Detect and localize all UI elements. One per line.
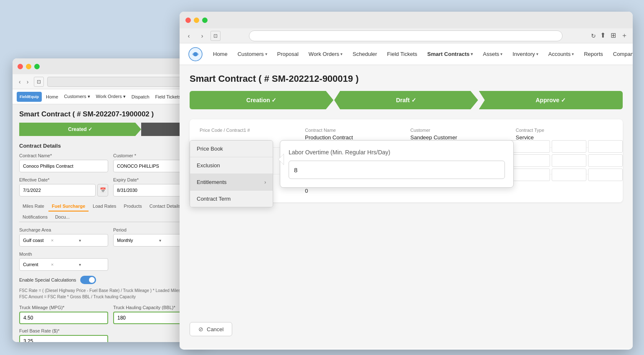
surcharge-area-value: Gulf coast	[23, 238, 48, 243]
nav-company[interactable]: Company ▾	[609, 43, 633, 65]
surcharge-area-clear[interactable]: ×	[51, 238, 76, 243]
empty-cell-r3-2	[552, 169, 586, 181]
step-approve[interactable]: Approve ✓	[479, 91, 623, 109]
contract-name-info-value: Production Contract	[305, 134, 402, 141]
tab-notifications[interactable]: Notifications	[19, 212, 51, 222]
month-select[interactable]: Current × ▾	[19, 258, 108, 271]
back-nav-workorders[interactable]: Work Orders ▾	[94, 93, 127, 100]
tab-documents[interactable]: Docu...	[52, 212, 73, 222]
bookmark-icon[interactable]: ⊞	[610, 30, 617, 41]
labor-overtime-input[interactable]	[289, 161, 505, 179]
month-value: Current	[23, 262, 48, 267]
back-progress-bar: Created ✓	[19, 123, 202, 136]
discount-value: 0	[305, 188, 402, 194]
step-creation[interactable]: Creation ✓	[190, 91, 333, 109]
fuel-base-label: Fuel Base Rate ($)*	[19, 328, 108, 333]
minimize-dot[interactable]	[26, 64, 31, 69]
nav-field-tickets[interactable]: Field Tickets	[383, 43, 421, 65]
share-icon[interactable]: ⬆	[599, 30, 606, 41]
toggle-row: Enable Special Calculations	[19, 276, 202, 284]
enable-calcs-toggle[interactable]	[80, 276, 96, 284]
front-window: ‹ › ⊡ ↻ ⬆ ⊞ ＋ Home Customers ▾ Proposal	[180, 12, 633, 350]
step-draft[interactable]: Draft ✓	[334, 91, 478, 109]
price-code-cell: Price Code / Contract1 #	[200, 128, 297, 141]
nav-home[interactable]: Home	[209, 43, 232, 65]
customer-info-label: Customer	[411, 128, 507, 133]
customer-info-value: Sandeep Customer	[411, 134, 507, 141]
front-maximize-dot[interactable]	[202, 18, 208, 23]
accounts-arrow: ▾	[572, 52, 574, 56]
app-header: Home Customers ▾ Proposal Work Orders ▾ …	[180, 43, 633, 65]
dropdown-item-pricebook[interactable]: Price Book	[190, 141, 273, 157]
front-title-bar	[180, 12, 633, 28]
nav-scheduler[interactable]: Scheduler	[348, 43, 381, 65]
reload-button[interactable]: ↻	[591, 33, 596, 39]
nav-arrows: ‹ ›	[17, 78, 30, 86]
close-dot[interactable]	[18, 64, 23, 69]
empty-cell-r1-2	[552, 140, 586, 153]
front-sidebar-toggle[interactable]: ⊡	[210, 31, 221, 41]
maximize-dot[interactable]	[34, 64, 40, 69]
front-minimize-dot[interactable]	[194, 18, 199, 23]
front-close-dot[interactable]	[185, 18, 191, 23]
price-code-label: Price Code / Contract1 #	[200, 128, 297, 133]
truck-mpg-group: Truck Mileage (MPG)*	[19, 305, 108, 324]
contract-name-input[interactable]	[19, 160, 108, 172]
surcharge-area-group: Surcharge Area Gulf coast × ▾	[19, 227, 108, 247]
nav-smart-contracts[interactable]: Smart Contracts ▾	[423, 43, 477, 65]
fuel-base-input[interactable]	[19, 335, 108, 342]
nav-customers[interactable]: Customers ▾	[233, 43, 271, 65]
month-group: Month Current × ▾	[19, 252, 108, 271]
back-step-created: Created ✓	[19, 123, 141, 136]
truck-mpg-input[interactable]	[19, 312, 108, 324]
tab-contact-details[interactable]: Contact Details	[146, 201, 184, 211]
nav-inventory[interactable]: Inventory ▾	[508, 43, 542, 65]
nav-work-orders[interactable]: Work Orders ▾	[304, 43, 347, 65]
back-nav-home[interactable]: Home	[44, 93, 60, 100]
back-nav-customers[interactable]: Customers ▾	[62, 93, 91, 100]
front-forward-button[interactable]: ›	[197, 31, 207, 41]
effective-date-calendar[interactable]: 📅	[97, 184, 108, 196]
month-label: Month	[19, 252, 108, 257]
plus-icon[interactable]: ＋	[620, 30, 629, 41]
svg-point-1	[193, 52, 198, 56]
page-content: Smart Contract ( # SM-202212-900019 ) Cr…	[180, 65, 633, 349]
tab-load-rates[interactable]: Load Rates	[89, 201, 119, 211]
dropdown-item-contractterm[interactable]: Contract Term	[190, 191, 273, 207]
fieldequip-logo	[188, 47, 203, 62]
forward-button[interactable]: ›	[25, 78, 31, 86]
inventory-arrow: ▾	[536, 52, 538, 56]
sidebar-toggle[interactable]: ⊡	[34, 77, 44, 87]
tab-fuel-surcharge[interactable]: Fuel Surcharge	[48, 201, 89, 211]
assets-arrow: ▾	[500, 52, 502, 56]
back-month-row: Month Current × ▾	[19, 252, 202, 271]
dropdown-item-entitlements[interactable]: Entitlements ›	[190, 174, 273, 191]
dropdown-item-exclusion[interactable]: Exclusion	[190, 157, 273, 174]
empty-cell-2	[516, 181, 613, 194]
surcharge-area-label: Surcharge Area	[19, 227, 108, 232]
front-url-bar[interactable]	[249, 30, 563, 41]
tab-miles-rate[interactable]: Miles Rate	[19, 201, 48, 211]
nav-assets[interactable]: Assets ▾	[479, 43, 507, 65]
back-nav-dispatch[interactable]: Dispatch	[130, 93, 151, 100]
month-clear[interactable]: ×	[51, 262, 76, 267]
nav-accounts[interactable]: Accounts ▾	[544, 43, 578, 65]
effective-date-input[interactable]	[19, 184, 96, 196]
surcharge-area-select[interactable]: Gulf coast × ▾	[19, 234, 108, 247]
contract-info-grid: Price Code / Contract1 # Contract Name P…	[200, 128, 613, 141]
back-button[interactable]: ‹	[17, 78, 23, 86]
front-nav-icons: ⬆ ⊞ ＋	[599, 30, 629, 41]
front-back-button[interactable]: ‹	[184, 31, 194, 41]
nav-proposal[interactable]: Proposal	[273, 43, 303, 65]
tab-products[interactable]: Products	[120, 201, 145, 211]
entitlements-arrow-right: ›	[264, 179, 266, 185]
nav-reports[interactable]: Reports	[580, 43, 607, 65]
back-nav-fieldtickets[interactable]: Field Tickets	[154, 93, 183, 100]
effective-date-label: Effective Date*	[19, 177, 108, 182]
cancel-btn-area: ⊘ Cancel	[190, 322, 232, 336]
back-date-row: Effective Date* 📅 Expiry Date*	[19, 177, 202, 196]
contract-name-info-label: Contract Name	[305, 128, 402, 133]
truck-mpg-label: Truck Mileage (MPG)*	[19, 305, 108, 310]
customers-arrow: ▾	[265, 52, 267, 56]
cancel-button[interactable]: ⊘ Cancel	[190, 322, 232, 336]
